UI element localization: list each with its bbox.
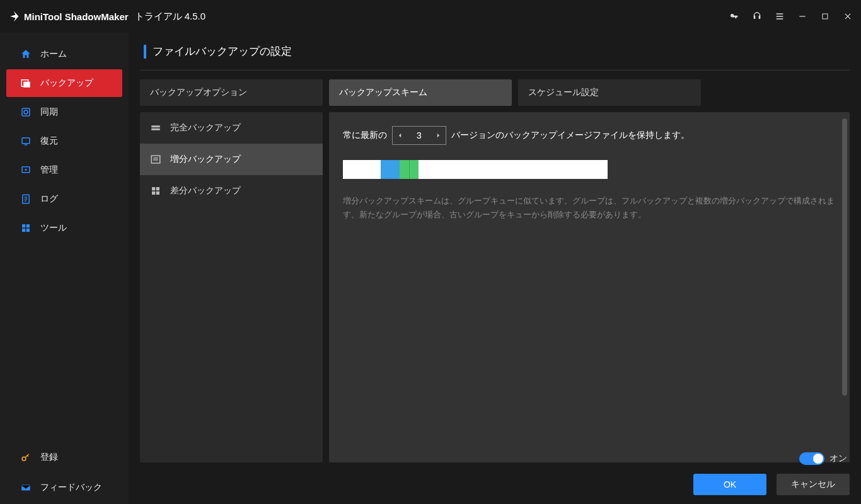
full-segment	[381, 160, 400, 179]
tab-label: スケジュール設定	[528, 87, 599, 98]
page-title: ファイルバックアップの設定	[153, 44, 292, 59]
close-icon[interactable]	[842, 11, 853, 22]
sidebar-item-label: 同期	[40, 106, 58, 118]
key-icon	[20, 452, 32, 463]
svg-point-12	[22, 457, 26, 461]
manage-icon	[20, 164, 32, 176]
logo-icon	[8, 10, 20, 23]
scheme-full[interactable]: 完全バックアップ	[140, 112, 323, 144]
svg-rect-10	[22, 229, 25, 232]
sidebar-item-home[interactable]: ホーム	[6, 40, 122, 68]
scheme-label: 差分バックアップ	[170, 185, 241, 197]
svg-rect-2	[23, 82, 30, 88]
button-label: OK	[724, 479, 736, 490]
scheme-description: 増分バックアップスキームは、グループキューに似ています。グループは、フルバックア…	[343, 194, 836, 222]
tab-backup-scheme[interactable]: バックアップスキーム	[329, 79, 512, 106]
scrollbar[interactable]	[842, 118, 847, 396]
toggle-label: オン	[829, 453, 847, 464]
full-backup-icon	[150, 122, 161, 134]
svg-rect-19	[152, 192, 155, 195]
scheme-type-list: 完全バックアップ 増分バックアップ 差分バックアップ	[140, 112, 323, 462]
scheme-label: 完全バックアップ	[170, 122, 241, 134]
svg-rect-11	[26, 229, 30, 232]
svg-point-6	[25, 169, 27, 171]
sidebar-item-register[interactable]: 登録	[6, 444, 122, 471]
sidebar-item-label: ログ	[40, 193, 58, 205]
incremental-segment	[409, 160, 419, 179]
log-icon	[20, 193, 32, 205]
sidebar-item-label: 管理	[40, 164, 58, 176]
maximize-icon[interactable]	[819, 11, 831, 22]
sidebar-item-sync[interactable]: 同期	[6, 98, 122, 126]
scheme-label: 増分バックアップ	[170, 154, 241, 165]
sidebar: ホーム バックアップ 同期 復元 管理 ログ ツール	[0, 33, 129, 504]
scheme-detail-panel: 常に最新の 3 バージョンのバックアップイメージファイルを保持します。 増分バッ…	[329, 112, 850, 462]
sidebar-item-restore[interactable]: 復元	[6, 127, 122, 155]
svg-rect-0	[823, 14, 828, 19]
sync-icon	[20, 106, 32, 118]
window-controls	[729, 11, 853, 22]
svg-rect-14	[151, 125, 160, 127]
tab-label: バックアップスキーム	[339, 87, 427, 98]
sidebar-item-label: バックアップ	[40, 77, 93, 89]
app-edition: トライアル 4.5.0	[135, 11, 206, 23]
app-name: MiniTool ShadowMaker	[24, 11, 129, 22]
title-bar: MiniTool ShadowMaker トライアル 4.5.0	[0, 0, 861, 33]
tab-backup-options[interactable]: バックアップオプション	[140, 79, 323, 106]
cancel-button[interactable]: キャンセル	[777, 474, 850, 495]
incremental-segment	[400, 160, 409, 179]
sidebar-item-label: ツール	[40, 222, 67, 234]
scheme-incremental[interactable]: 増分バックアップ	[140, 144, 323, 175]
tab-schedule[interactable]: スケジュール設定	[518, 79, 701, 106]
svg-rect-15	[151, 129, 160, 130]
minimize-icon[interactable]	[797, 11, 808, 22]
title-accent	[144, 45, 146, 59]
svg-rect-9	[26, 224, 30, 227]
divider	[140, 70, 850, 71]
button-label: キャンセル	[791, 479, 835, 490]
app-logo: MiniTool ShadowMaker トライアル 4.5.0	[8, 10, 205, 23]
scheme-differential[interactable]: 差分バックアップ	[140, 175, 323, 207]
menu-icon[interactable]	[774, 11, 785, 22]
svg-rect-4	[22, 138, 30, 144]
svg-rect-18	[156, 187, 159, 190]
tools-icon	[20, 222, 32, 234]
headset-icon[interactable]	[751, 11, 763, 22]
incremental-backup-icon	[150, 154, 161, 165]
sidebar-item-label: ホーム	[40, 49, 67, 60]
scheme-visualization	[343, 160, 608, 179]
retain-suffix: バージョンのバックアップイメージファイルを保持します。	[451, 130, 690, 141]
backup-icon	[20, 77, 32, 89]
sidebar-item-tools[interactable]: ツール	[6, 214, 122, 242]
main-content: ファイルバックアップの設定 バックアップオプション バックアップスキーム スケジ…	[129, 33, 861, 504]
sidebar-item-label: 登録	[40, 452, 58, 463]
tab-label: バックアップオプション	[150, 87, 247, 98]
key-icon[interactable]	[729, 11, 740, 22]
dialog-footer: OK キャンセル	[140, 462, 850, 495]
mail-icon	[20, 482, 32, 493]
svg-rect-3	[22, 108, 30, 116]
sidebar-item-manage[interactable]: 管理	[6, 156, 122, 184]
scheme-toggle[interactable]	[799, 452, 824, 465]
tabs: バックアップオプション バックアップスキーム スケジュール設定	[140, 79, 850, 106]
home-icon	[20, 49, 32, 60]
sidebar-item-label: フィードバック	[40, 482, 102, 493]
stepper-decrease[interactable]	[393, 127, 408, 144]
stepper-increase[interactable]	[430, 127, 446, 144]
sidebar-item-label: 復元	[40, 135, 58, 147]
ok-button[interactable]: OK	[693, 474, 766, 495]
retain-prefix: 常に最新の	[343, 130, 387, 141]
svg-rect-17	[152, 187, 155, 190]
restore-icon	[20, 135, 32, 147]
sidebar-item-log[interactable]: ログ	[6, 185, 122, 213]
differential-backup-icon	[150, 185, 161, 197]
stepper-value: 3	[408, 130, 430, 140]
sidebar-item-feedback[interactable]: フィードバック	[6, 474, 122, 501]
svg-rect-8	[22, 224, 25, 227]
sidebar-item-backup[interactable]: バックアップ	[6, 69, 122, 97]
svg-rect-20	[156, 192, 159, 195]
version-stepper: 3	[392, 126, 446, 145]
